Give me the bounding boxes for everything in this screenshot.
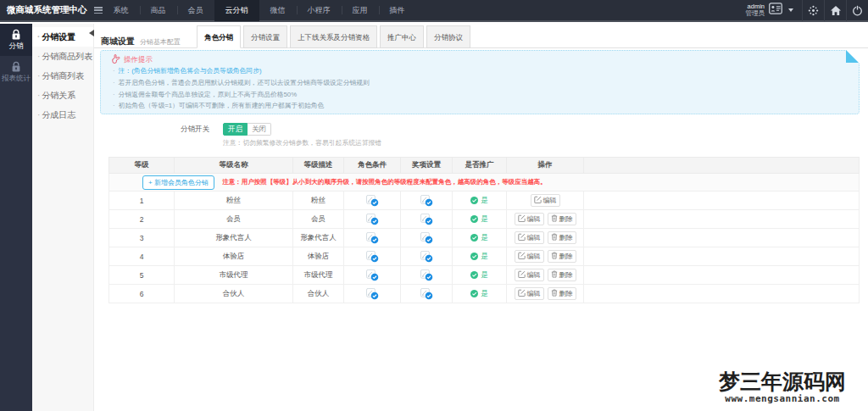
- reward-configured-icon[interactable]: [420, 251, 433, 263]
- tab-bar: 角色分销 分销设置 上下线关系及分销资格 推广中心 分销协议: [197, 25, 473, 48]
- check-circle-icon: [470, 197, 478, 204]
- id-card-icon: [769, 3, 782, 18]
- nav-item-wechat[interactable]: 微信: [259, 0, 297, 21]
- condition-configured-icon[interactable]: [366, 269, 379, 281]
- nav-item-goods[interactable]: 商品: [140, 0, 177, 21]
- table-warning: 注意：用户按照【等级】从小到大的顺序升级，请按照角色的等级程度来配置角色，越高级…: [222, 178, 547, 186]
- clear-cache-button[interactable]: [802, 0, 824, 21]
- table-row: 5 市级代理 市级代理 是 编辑删除: [109, 266, 860, 285]
- condition-configured-icon[interactable]: [366, 251, 379, 263]
- tab-role-distribution[interactable]: 角色分销: [197, 25, 241, 48]
- reward-configured-icon[interactable]: [420, 195, 433, 207]
- edit-icon: [518, 252, 526, 259]
- sidebar-collapse-icon[interactable]: [94, 7, 103, 14]
- condition-configured-icon[interactable]: [366, 288, 379, 300]
- edit-icon: [534, 196, 542, 203]
- trash-icon: [551, 233, 558, 241]
- nav-item-system[interactable]: 系统: [103, 0, 140, 21]
- edit-button[interactable]: 编辑: [515, 250, 544, 263]
- menu-item-distributor-list[interactable]: ·分销商列表: [32, 66, 93, 86]
- condition-configured-icon[interactable]: [366, 232, 379, 244]
- delete-button[interactable]: 删除: [548, 250, 576, 263]
- col-role-condition: 角色条件: [344, 158, 401, 174]
- table-row: 1 粉丝 粉丝 是 编辑: [109, 192, 860, 210]
- tip-line: ·分销返佣金额每个商品单独设定，原则上不高于商品价格50%: [111, 89, 849, 101]
- tab-distribution-settings[interactable]: 分销设置: [243, 25, 287, 48]
- table-row: 3 形象代言人 形象代言人 是 编辑删除: [109, 229, 860, 247]
- trash-icon: [551, 214, 558, 222]
- add-role-row: + 新增会员角色分销 注意：用户按照【等级】从小到大的顺序升级，请按照角色的等级…: [109, 174, 860, 192]
- sidebar-item-report[interactable]: 报表统计: [0, 56, 32, 88]
- delete-button[interactable]: 删除: [548, 231, 576, 244]
- distribution-switch-row: 分销开关 开启 关闭: [94, 123, 868, 136]
- promote-yes: 是: [470, 214, 488, 223]
- trash-icon: [551, 252, 558, 259]
- nav-item-miniprogram[interactable]: 小程序: [297, 0, 342, 21]
- promote-yes: 是: [470, 270, 488, 279]
- check-circle-icon: [470, 215, 478, 223]
- edit-button[interactable]: 编辑: [515, 231, 544, 244]
- admin-menu[interactable]: admin 管理员: [737, 0, 803, 21]
- menu-item-distribution-relation[interactable]: ·分销关系: [32, 86, 93, 105]
- menu-item-commission-log[interactable]: ·分成日志: [32, 105, 93, 125]
- table-row: 2 会员 会员 是 编辑删除: [109, 210, 860, 229]
- lock-icon: [10, 61, 22, 73]
- nav-item-app[interactable]: 应用: [342, 0, 379, 21]
- col-empty: [584, 158, 860, 174]
- promote-yes: 是: [470, 196, 488, 204]
- table-row: 4 体验店 体验店 是 编辑删除: [109, 247, 860, 266]
- tips-box: 操作提示 ·注：(角色分销新增角色将会与会员等级角色同步) ·若开启角色分销，普…: [100, 50, 860, 114]
- reward-configured-icon[interactable]: [420, 214, 433, 225]
- col-level-name: 等级名称: [175, 158, 293, 174]
- nav-item-plugin[interactable]: 插件: [379, 0, 416, 21]
- watermark-title: 梦三年源码网: [719, 370, 846, 393]
- condition-configured-icon[interactable]: [366, 195, 379, 207]
- tip-line: ·注：(角色分销新增角色将会与会员等级角色同步): [111, 65, 849, 77]
- reward-configured-icon[interactable]: [420, 288, 433, 300]
- edit-button[interactable]: 编辑: [515, 287, 544, 300]
- delete-button[interactable]: 删除: [548, 213, 576, 225]
- switch-off-button[interactable]: 关闭: [248, 123, 271, 136]
- logout-button[interactable]: [846, 0, 868, 21]
- promote-yes: 是: [470, 233, 488, 242]
- active-menu-arrow: [89, 30, 94, 36]
- home-button[interactable]: [824, 0, 846, 21]
- watermark-url: www.mengsannian.com: [719, 393, 846, 404]
- tab-distribution-agreement[interactable]: 分销协议: [426, 25, 470, 48]
- delete-button[interactable]: 删除: [548, 269, 576, 281]
- col-level-desc: 等级描述: [293, 158, 344, 174]
- edit-icon: [518, 289, 526, 297]
- reward-configured-icon[interactable]: [420, 232, 433, 244]
- condition-configured-icon[interactable]: [366, 214, 379, 225]
- sub-sidebar: ·分销设置 ·分销商品列表 ·分销商列表 ·分销关系 ·分成日志: [32, 24, 94, 411]
- nav-item-distribution[interactable]: 云分销: [214, 0, 259, 21]
- table-header-row: 等级 等级名称 等级描述 角色条件 奖项设置 是否推广 操作: [109, 158, 860, 174]
- edit-button[interactable]: 编辑: [515, 269, 544, 281]
- page-title: 商城设置: [101, 36, 135, 46]
- edit-button[interactable]: 编辑: [515, 213, 544, 225]
- col-reward-setting: 奖项设置: [401, 158, 453, 174]
- hand-icon: [111, 54, 120, 64]
- delete-button[interactable]: 删除: [548, 287, 576, 300]
- check-circle-icon: [470, 253, 478, 260]
- tab-updownline[interactable]: 上下线关系及分销资格: [290, 25, 377, 48]
- tab-promotion-center[interactable]: 推广中心: [380, 25, 424, 48]
- edit-icon: [518, 270, 526, 278]
- page-header: 商城设置分销基本配置 角色分销 分销设置 上下线关系及分销资格 推广中心 分销协…: [94, 24, 868, 48]
- col-level: 等级: [109, 158, 175, 174]
- menu-item-distribution-settings[interactable]: ·分销设置: [32, 27, 93, 47]
- add-role-button[interactable]: + 新增会员角色分销: [142, 175, 214, 190]
- edit-button[interactable]: 编辑: [531, 194, 560, 207]
- reward-configured-icon[interactable]: [420, 269, 433, 281]
- nav-item-member[interactable]: 会员: [177, 0, 214, 21]
- tip-line: ·若开启角色分销，普通会员启用默认分销规则，还可以去设置分销商等级设定分销规则: [111, 77, 849, 89]
- switch-note: 注意：切勿频繁修改分销参数，容易引起系统运算报错: [223, 138, 868, 147]
- breadcrumb: 商城设置分销基本配置: [101, 32, 181, 47]
- sidebar-item-distribution[interactable]: 分销: [0, 24, 32, 56]
- check-circle-icon: [470, 271, 478, 279]
- tip-line: ·初始角色（等级=1）可编辑不可删除，所有新建的用户都属于初始角色: [111, 100, 849, 112]
- col-promote: 是否推广: [453, 158, 507, 174]
- main-area: 商城设置分销基本配置 角色分销 分销设置 上下线关系及分销资格 推广中心 分销协…: [94, 24, 868, 411]
- menu-item-distribution-goods[interactable]: ·分销商品列表: [32, 47, 93, 66]
- switch-on-button[interactable]: 开启: [223, 123, 248, 136]
